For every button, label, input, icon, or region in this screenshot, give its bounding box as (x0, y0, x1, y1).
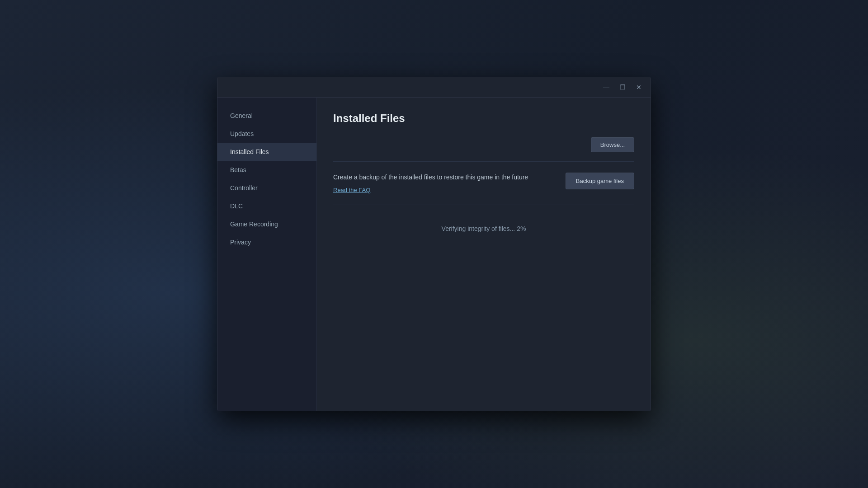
sidebar-item-betas[interactable]: Betas (217, 161, 316, 179)
sidebar-item-game-recording[interactable]: Game Recording (217, 215, 316, 233)
faq-link[interactable]: Read the FAQ (333, 187, 370, 193)
browse-button[interactable]: Browse... (591, 137, 634, 152)
titlebar: — ❐ ✕ (217, 77, 651, 98)
backup-text: Create a backup of the installed files t… (333, 173, 555, 194)
backup-game-files-button[interactable]: Backup game files (566, 173, 634, 189)
sidebar-item-privacy[interactable]: Privacy (217, 233, 316, 251)
verify-status: Verifying integrity of files... 2% (333, 218, 634, 239)
main-content-area: Installed Files Browse... Create a backu… (317, 98, 651, 411)
sidebar-item-installed-files[interactable]: Installed Files (217, 143, 316, 161)
sidebar-item-dlc[interactable]: DLC (217, 197, 316, 215)
page-title: Installed Files (333, 112, 634, 125)
sidebar-item-controller[interactable]: Controller (217, 179, 316, 197)
main-window: — ❐ ✕ General Updates Installed Files Be… (217, 77, 651, 411)
divider (333, 161, 634, 162)
backup-section: Create a backup of the installed files t… (333, 173, 634, 205)
browse-row: Browse... (333, 137, 634, 152)
close-button[interactable]: ✕ (632, 81, 645, 94)
minimize-button[interactable]: — (600, 81, 613, 94)
maximize-button[interactable]: ❐ (616, 81, 629, 94)
content-area: General Updates Installed Files Betas Co… (217, 98, 651, 411)
sidebar-item-updates[interactable]: Updates (217, 125, 316, 143)
sidebar-item-general[interactable]: General (217, 107, 316, 125)
sidebar: General Updates Installed Files Betas Co… (217, 98, 317, 411)
backup-description: Create a backup of the installed files t… (333, 173, 555, 182)
